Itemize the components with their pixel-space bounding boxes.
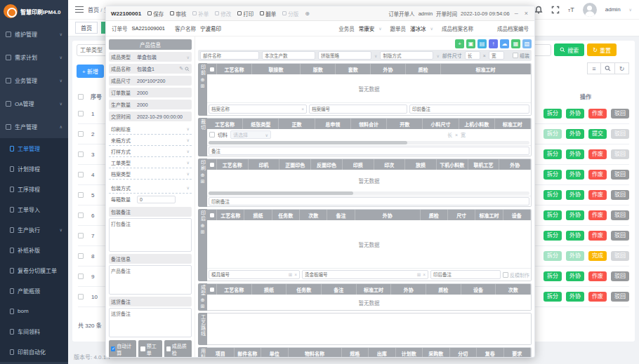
select-field[interactable]: 来稿方式 ∨ [109, 135, 192, 146]
bell-icon[interactable] [534, 6, 543, 14]
add-row-icon[interactable]: ⊕ [201, 297, 205, 302]
row-checkbox[interactable] [78, 151, 84, 157]
split-button[interactable]: 拆分 [544, 109, 562, 119]
outsource-button[interactable]: 外协 [566, 251, 584, 261]
select-field[interactable]: 印刷标准 ∨ [109, 123, 192, 135]
part-tool-button[interactable]: ▦ [511, 39, 520, 48]
chevron-down-icon[interactable]: ∨ [430, 26, 433, 31]
reject-button[interactable]: 驳回 [611, 190, 629, 200]
pack-method-select[interactable]: 包装方式 ∨ [109, 182, 192, 194]
imposition-select[interactable] [318, 51, 371, 60]
part-tool-button[interactable]: ▣ [466, 39, 475, 48]
delivery-note-textarea[interactable] [109, 308, 192, 337]
row-checkbox[interactable] [78, 172, 84, 177]
sidebar-item[interactable]: 业务管理 ∨ [0, 69, 68, 92]
row-checkbox[interactable] [78, 294, 84, 299]
assemble-checkbox[interactable]: 组装 [513, 52, 529, 59]
header-checkbox[interactable] [207, 284, 217, 295]
modal-toolbar-button[interactable]: 审核 [170, 10, 186, 18]
reject-button[interactable]: 驳回 [611, 251, 629, 261]
font-size-icon[interactable]: тT [568, 6, 574, 13]
select-field[interactable]: 档案类型 ∨ [109, 168, 192, 180]
add-row-icon[interactable]: ⊕ [201, 173, 205, 177]
clear-icon[interactable]: × [301, 107, 304, 112]
reject-button[interactable]: 驳回 [611, 210, 629, 220]
horizontal-scrollbar[interactable] [209, 191, 529, 195]
void-submit-button[interactable]: 作废 [588, 109, 607, 119]
reject-button[interactable]: 驳回 [611, 231, 629, 241]
file-name-input[interactable]: × [209, 105, 307, 114]
outsource-button[interactable]: 外协 [566, 190, 584, 200]
row-checkbox[interactable] [78, 111, 84, 116]
select-field[interactable]: 工单类型 ∨ [109, 157, 192, 168]
modal-toolbar-button[interactable]: 翻单 [260, 10, 276, 18]
edit-rows-icon[interactable]: ⊞ [201, 304, 205, 309]
part-tool-button[interactable]: ▧ [522, 39, 532, 48]
reject-button[interactable]: 驳回 [611, 129, 629, 139]
field-product-type[interactable]: 成品类型 单盒包装 ∨ [109, 52, 192, 62]
reject-button[interactable]: 驳回 [611, 170, 629, 180]
option-checkbox[interactable]: 自动计算 [109, 340, 136, 357]
avatar[interactable] [583, 3, 597, 17]
sidebar-item[interactable]: 生产管理 ∧ [0, 115, 68, 138]
split-button[interactable]: 拆分 [544, 231, 562, 241]
split-button[interactable]: 拆分 [544, 149, 562, 159]
production-qty-input[interactable] [262, 51, 315, 60]
fullscreen-icon[interactable] [551, 6, 560, 14]
view-tab[interactable]: 首页 [75, 22, 98, 34]
row-checkbox[interactable] [78, 213, 84, 218]
reject-button[interactable]: 驳回 [611, 271, 629, 281]
split-button[interactable]: 拆分 [544, 190, 562, 200]
modal-toolbar-button[interactable]: 打印 [237, 10, 253, 18]
sidebar-sub-item[interactable]: 复卷分切膜工单 [0, 260, 68, 281]
sidebar-sub-item[interactable]: 工序排程 [0, 179, 68, 199]
sidebar-sub-item[interactable]: bom [0, 301, 68, 321]
sidebar-sub-item[interactable]: 补纸补版 [0, 240, 68, 260]
outsource-button[interactable]: 外协 [566, 271, 584, 281]
sidebar-sub-item[interactable]: 计划排程 [0, 159, 68, 179]
sidebar-item[interactable]: 需求计划 ∨ [0, 46, 68, 69]
void-submit-button[interactable]: 提交 [588, 129, 607, 139]
row-checkbox[interactable] [78, 274, 84, 279]
sidebar-sub-item[interactable]: 工单导入 [0, 199, 68, 220]
select-field[interactable]: 打样方式 ∨ [109, 146, 192, 157]
username[interactable]: admin [605, 6, 621, 13]
horizontal-scrollbar[interactable] [209, 141, 529, 144]
split-button[interactable]: 拆分 [544, 292, 562, 302]
select-all-checkbox[interactable] [78, 94, 84, 100]
postpress-note-input[interactable] [430, 270, 501, 279]
modal-toolbar-button[interactable]: 修改 [215, 10, 231, 18]
split-button[interactable]: 拆分 [544, 271, 562, 281]
void-submit-button[interactable]: 作废 [588, 210, 607, 220]
modal-toolbar-button[interactable]: 保存 [147, 10, 164, 18]
header-checkbox[interactable] [207, 210, 217, 220]
row-checkbox[interactable] [78, 253, 84, 259]
refresh-button[interactable]: ↻ [615, 62, 629, 74]
sidebar-item[interactable]: 维护管理 ∨ [0, 22, 68, 46]
void-submit-button[interactable]: 作废 [588, 190, 607, 200]
cutting-note-input[interactable] [209, 147, 529, 155]
split-button[interactable]: 拆分 [544, 251, 562, 261]
sidebar-sub-item[interactable]: 车间领料 [0, 321, 68, 342]
paper-type-select[interactable]: 请选择∨ [230, 130, 271, 139]
modal-toolbar-button[interactable]: 补单 [192, 10, 209, 18]
prepress-note-input[interactable] [409, 105, 529, 114]
void-submit-button[interactable]: 作废 [588, 231, 607, 241]
reject-button[interactable]: 驳回 [611, 109, 629, 119]
edit-icon[interactable]: ✎ [179, 66, 183, 72]
outsource-button[interactable]: 外协 [566, 170, 584, 180]
part-tool-button[interactable]: ▤ [477, 39, 487, 48]
edit-rows-icon[interactable]: ⊞ [201, 83, 205, 88]
outsource-button[interactable]: 外协 [566, 292, 584, 302]
outsource-button[interactable]: 外协 [566, 129, 584, 139]
void-submit-button[interactable]: 作废 [588, 170, 607, 180]
merchandiser-name[interactable]: 潘冰冰 [410, 25, 426, 32]
pack-note-textarea[interactable] [109, 218, 192, 252]
length-input[interactable] [465, 51, 480, 60]
density-button[interactable]: ≡ [587, 62, 601, 74]
salesman-name[interactable]: 常康安 [359, 25, 375, 32]
part-name-input[interactable] [200, 51, 259, 60]
platemaking-select[interactable] [380, 51, 433, 60]
printing-note-input[interactable] [209, 197, 529, 205]
part-tool-button[interactable]: ↑ [489, 39, 498, 48]
